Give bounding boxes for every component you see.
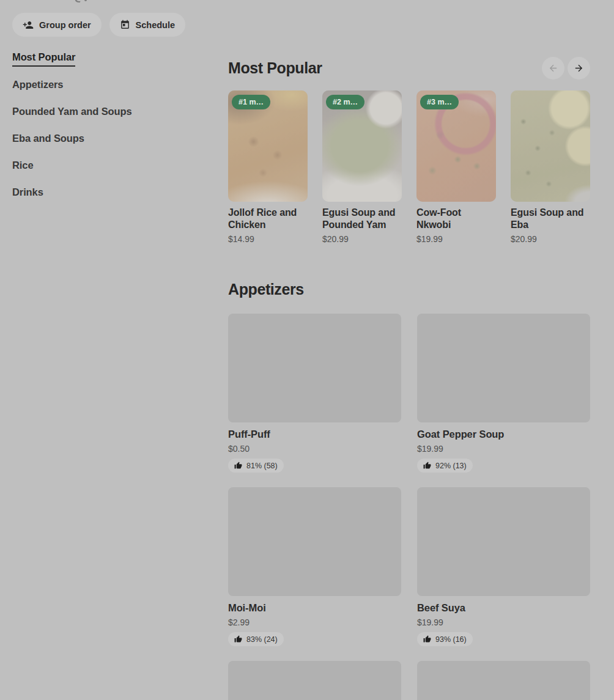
- most-popular-carousel: #1 m… Jollof Rice and Chicken $14.99 #2 …: [228, 90, 590, 244]
- menu-content: Most Popular #1 m… Jollof Rice and Chick…: [228, 52, 590, 700]
- person-add-icon: [23, 20, 34, 31]
- sidebar-item-rice[interactable]: Rice: [12, 160, 223, 171]
- arrow-right-icon: [574, 63, 584, 73]
- dish-price: $19.99: [417, 444, 590, 454]
- menu-item-puff-puff[interactable]: Puff-Puff $0.50 81% (58): [228, 314, 401, 473]
- menu-item-goat-pepper-soup[interactable]: Goat Pepper Soup $19.99 92% (13): [417, 314, 590, 473]
- arrow-left-icon: [548, 63, 558, 73]
- toolbar: Group order Schedule: [12, 13, 185, 37]
- dish-photo: #1 m…: [228, 90, 308, 202]
- menu-item-egusi-soup-and-pounded-yam[interactable]: #2 m… Egusi Soup and Pounded Yam $20.99: [322, 90, 402, 244]
- menu-item-partial[interactable]: [228, 661, 401, 700]
- menu-item-beef-suya[interactable]: Beef Suya $19.99 93% (16): [417, 487, 590, 646]
- schedule-label: Schedule: [136, 20, 175, 30]
- rating-badge: 93% (16): [417, 632, 473, 646]
- appetizers-grid: Puff-Puff $0.50 81% (58) Goat Pepper Sou…: [228, 314, 590, 700]
- dish-price: $19.99: [417, 617, 590, 627]
- menu-item-egusi-soup-and-eba[interactable]: Egusi Soup and Eba $20.99: [511, 90, 590, 244]
- sidebar-item-label: Pounded Yam and Soups: [12, 106, 132, 117]
- dish-photo-placeholder: [417, 487, 590, 596]
- rank-badge: #2 m…: [326, 95, 364, 109]
- carousel-nav: [542, 57, 590, 79]
- carousel-next-button[interactable]: [568, 57, 590, 79]
- dish-photo-placeholder: [228, 487, 401, 596]
- thumbs-up-icon: [234, 462, 242, 470]
- thumbs-up-icon: [423, 635, 431, 643]
- sidebar-item-pounded-yam-and-soups[interactable]: Pounded Yam and Soups: [12, 106, 223, 117]
- sidebar-item-appetizers[interactable]: Appetizers: [12, 79, 223, 90]
- sidebar-item-label: Most Popular: [12, 51, 75, 67]
- dish-name: Egusi Soup and Pounded Yam: [322, 207, 402, 231]
- dish-photo: #2 m…: [322, 90, 402, 202]
- dish-photo-placeholder: [228, 314, 401, 422]
- dish-price: $14.99: [228, 234, 308, 244]
- menu-item-jollof-rice-and-chicken[interactable]: #1 m… Jollof Rice and Chicken $14.99: [228, 90, 308, 244]
- sidebar-item-drinks[interactable]: Drinks: [12, 186, 223, 198]
- dish-price: $19.99: [416, 234, 496, 244]
- dish-photo: #3 m…: [416, 90, 496, 202]
- dish-name: Egusi Soup and Eba: [511, 207, 590, 231]
- menu-item-cow-foot-nkwobi[interactable]: #3 m… Cow-Foot Nkwobi $19.99: [416, 90, 496, 244]
- dish-name: Goat Pepper Soup: [417, 429, 590, 440]
- sidebar-item-label: Appetizers: [12, 79, 63, 90]
- rating-text: 92% (13): [435, 462, 467, 470]
- most-popular-title: Most Popular: [228, 59, 322, 77]
- sidebar-item-most-popular[interactable]: Most Popular: [12, 51, 223, 67]
- dish-name: Cow-Foot Nkwobi: [416, 207, 496, 231]
- dish-price: $2.99: [228, 617, 401, 627]
- group-order-label: Group order: [39, 20, 91, 30]
- sidebar-item-label: Drinks: [12, 186, 43, 197]
- dish-price: $20.99: [322, 234, 402, 244]
- carousel-prev-button[interactable]: [542, 57, 564, 79]
- rank-badge: #3 m…: [420, 95, 459, 109]
- group-order-button[interactable]: Group order: [12, 13, 102, 37]
- rating-badge: 92% (13): [417, 459, 473, 473]
- menu-item-partial[interactable]: [417, 661, 590, 700]
- sidebar-item-label: Rice: [12, 160, 33, 171]
- thumbs-up-icon: [234, 635, 242, 643]
- sidebar-item-eba-and-soups[interactable]: Eba and Soups: [12, 133, 223, 144]
- rating-badge: 83% (24): [228, 632, 284, 646]
- menu-item-moi-moi[interactable]: Moi-Moi $2.99 83% (24): [228, 487, 401, 646]
- rating-text: 93% (16): [435, 635, 467, 644]
- dish-photo-placeholder: [417, 314, 590, 422]
- rank-badge: #1 m…: [232, 95, 270, 109]
- schedule-button[interactable]: Schedule: [109, 13, 185, 37]
- dish-price: $0.50: [228, 444, 401, 454]
- rating-text: 83% (24): [246, 635, 278, 644]
- appetizers-title: Appetizers: [228, 281, 590, 298]
- dish-price: $20.99: [511, 234, 590, 244]
- dish-photo: [511, 90, 590, 202]
- rating-text: 81% (58): [246, 462, 278, 470]
- thumbs-up-icon: [423, 462, 431, 470]
- calendar-icon: [120, 20, 130, 30]
- rating-badge: 81% (58): [228, 459, 284, 473]
- sidebar-item-label: Eba and Soups: [12, 133, 84, 144]
- dish-photo-placeholder: [417, 661, 590, 700]
- cutoff-heading-remnant: [75, 0, 87, 3]
- dish-photo-placeholder: [228, 661, 401, 700]
- category-sidebar: Most Popular Appetizers Pounded Yam and …: [12, 51, 223, 213]
- dish-name: Puff-Puff: [228, 429, 401, 440]
- most-popular-header: Most Popular: [228, 52, 590, 84]
- dish-name: Beef Suya: [417, 602, 590, 614]
- dish-name: Jollof Rice and Chicken: [228, 207, 308, 231]
- dish-name: Moi-Moi: [228, 602, 401, 614]
